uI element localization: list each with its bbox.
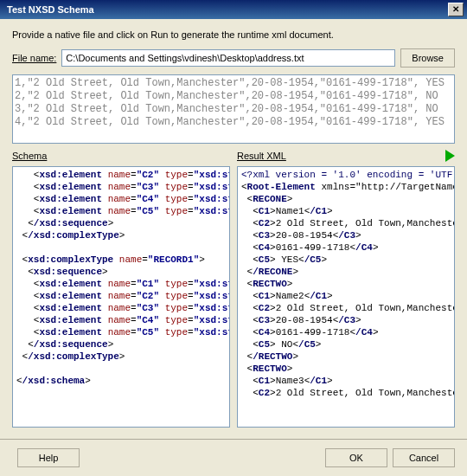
instruction-text: Provide a native file and click on Run t… [12, 29, 455, 40]
run-icon[interactable] [445, 150, 455, 162]
file-name-input[interactable] [61, 49, 395, 67]
file-name-label: File name: [12, 53, 56, 63]
help-button[interactable]: Help [17, 448, 80, 467]
window-title: Test NXSD Schema [3, 4, 448, 15]
result-label: Result XML [237, 151, 286, 161]
close-icon[interactable]: ✕ [448, 3, 464, 16]
result-pane[interactable]: <?xml version = '1.0' encoding = 'UTF-8'… [237, 166, 455, 428]
button-bar: Help OK Cancel [0, 439, 467, 476]
cancel-button[interactable]: Cancel [393, 448, 455, 467]
file-preview[interactable]: 1,"2 Old Street, Old Town,Manchester",20… [12, 74, 455, 144]
schema-label: Schema [12, 151, 47, 161]
titlebar: Test NXSD Schema ✕ [0, 0, 467, 19]
browse-button[interactable]: Browse [400, 48, 455, 68]
schema-pane[interactable]: <xsd:element name="C2" type="xsd:string"… [12, 166, 230, 428]
ok-button[interactable]: OK [325, 448, 387, 467]
